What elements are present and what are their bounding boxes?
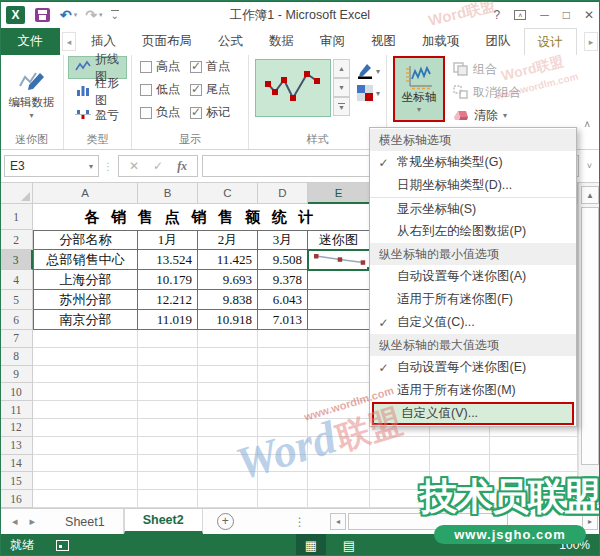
- row-header-12[interactable]: 12: [0, 419, 33, 437]
- cell[interactable]: [138, 437, 198, 455]
- vertical-scroll-thumb[interactable]: [581, 207, 599, 465]
- cell[interactable]: [33, 383, 138, 401]
- cell[interactable]: [258, 490, 308, 508]
- cell[interactable]: [138, 383, 198, 401]
- page-layout-view-icon[interactable]: ▤: [334, 534, 364, 556]
- cell[interactable]: [370, 455, 430, 473]
- cell[interactable]: [198, 490, 258, 508]
- checkbox-icon[interactable]: [140, 84, 152, 96]
- name-box[interactable]: E3 ▾: [4, 155, 99, 177]
- cancel-entry-icon[interactable]: ✕: [129, 159, 139, 173]
- checkbox-icon[interactable]: [190, 61, 202, 73]
- style-scroll-up-icon[interactable]: ▲: [333, 59, 350, 78]
- formula-bar-splitter[interactable]: ⋮: [103, 161, 114, 172]
- vertical-scrollbar[interactable]: ▲ ▼: [578, 183, 600, 508]
- tab-file[interactable]: 文件: [0, 28, 60, 55]
- checkbox-icon[interactable]: [140, 61, 152, 73]
- tab-页面布局[interactable]: 页面布局: [129, 28, 205, 55]
- row-header-15[interactable]: 15: [0, 472, 33, 490]
- menu-item[interactable]: 自定义值(V)...: [372, 402, 574, 425]
- tab-审阅[interactable]: 审阅: [307, 28, 358, 55]
- cell[interactable]: [308, 419, 370, 437]
- scroll-left-icon[interactable]: ◂: [330, 513, 346, 530]
- cell[interactable]: [258, 437, 308, 455]
- zoom-level[interactable]: 100%: [559, 538, 590, 552]
- cell[interactable]: [490, 455, 578, 473]
- cell[interactable]: [258, 401, 308, 419]
- checkbox-icon[interactable]: [190, 107, 202, 119]
- cell[interactable]: [198, 419, 258, 437]
- tab-公式[interactable]: 公式: [205, 28, 256, 55]
- group-button[interactable]: 组合: [453, 59, 521, 79]
- insert-function-icon[interactable]: fx: [177, 159, 187, 174]
- cell[interactable]: [138, 472, 198, 490]
- row-header-2[interactable]: 2: [0, 230, 33, 250]
- help-icon[interactable]: ?: [493, 8, 500, 22]
- data-cell[interactable]: 13.524: [138, 250, 198, 270]
- table-header-cell[interactable]: 分部名称: [33, 230, 138, 250]
- row-header-6[interactable]: 6: [0, 310, 33, 330]
- cell[interactable]: [308, 437, 370, 455]
- data-cell[interactable]: 11.425: [198, 250, 258, 270]
- cell[interactable]: [33, 348, 138, 366]
- menu-item[interactable]: 适用于所有迷你图(M): [370, 379, 576, 402]
- table-cell[interactable]: [308, 290, 370, 310]
- cell[interactable]: [430, 455, 490, 473]
- cell[interactable]: [308, 348, 370, 366]
- data-cell[interactable]: 11.019: [138, 310, 198, 330]
- data-cell[interactable]: 7.013: [258, 310, 308, 330]
- data-cell[interactable]: 9.838: [198, 290, 258, 310]
- cell[interactable]: [258, 330, 308, 348]
- row-header-13[interactable]: 13: [0, 437, 33, 455]
- macro-record-icon[interactable]: [56, 540, 69, 551]
- column-header-C[interactable]: C: [198, 183, 258, 204]
- table-header-cell[interactable]: 3月: [258, 230, 308, 250]
- cell[interactable]: [308, 330, 370, 348]
- collapse-ribbon-icon[interactable]: ˄: [584, 119, 590, 130]
- formula-bar-expand-icon[interactable]: ˅: [583, 161, 596, 171]
- horizontal-scroll-thumb[interactable]: [348, 513, 508, 530]
- menu-item[interactable]: 从右到左的绘图数据(P): [370, 220, 576, 243]
- row-header-4[interactable]: 4: [0, 270, 33, 290]
- table-header-cell[interactable]: 2月: [198, 230, 258, 250]
- marker-color-button[interactable]: ▾: [357, 85, 380, 101]
- sparkline-color-button[interactable]: ▾: [357, 63, 380, 79]
- data-cell[interactable]: 10.179: [138, 270, 198, 290]
- cell[interactable]: [430, 437, 490, 455]
- menu-item[interactable]: 显示坐标轴(S): [370, 197, 576, 220]
- horizontal-scrollbar[interactable]: ◂ ▸: [330, 512, 598, 530]
- save-icon[interactable]: [35, 8, 50, 22]
- data-cell[interactable]: 南京分部: [33, 310, 138, 330]
- table-header-cell[interactable]: 迷你图: [308, 230, 370, 250]
- column-header-A[interactable]: A: [33, 183, 138, 204]
- cell[interactable]: [308, 401, 370, 419]
- cell[interactable]: [258, 366, 308, 384]
- row-header-3[interactable]: 3: [0, 250, 33, 270]
- show-option-高点[interactable]: 高点: [140, 55, 180, 78]
- ungroup-button[interactable]: 取消组合: [453, 82, 521, 102]
- cell[interactable]: [258, 383, 308, 401]
- row-header-11[interactable]: 11: [0, 401, 33, 419]
- data-cell[interactable]: 9.508: [258, 250, 308, 270]
- cell[interactable]: [430, 472, 490, 490]
- sheet-tab-Sheet1[interactable]: Sheet1: [47, 509, 124, 534]
- cell[interactable]: [258, 348, 308, 366]
- confirm-entry-icon[interactable]: ✓: [153, 159, 163, 173]
- cell[interactable]: [198, 330, 258, 348]
- ribbon-display-options-icon[interactable]: ˄: [514, 10, 526, 20]
- data-cell[interactable]: 上海分部: [33, 270, 138, 290]
- undo-icon[interactable]: ↶: [60, 8, 72, 22]
- cell[interactable]: [198, 455, 258, 473]
- row-header-7[interactable]: 7: [0, 330, 33, 348]
- cell[interactable]: [198, 437, 258, 455]
- cell[interactable]: [198, 366, 258, 384]
- minimize-icon[interactable]: ─: [540, 8, 549, 22]
- checkbox-icon[interactable]: [140, 107, 152, 119]
- name-box-dropdown-icon[interactable]: ▾: [89, 162, 93, 171]
- menu-item[interactable]: ✓自动设置每个迷你图(E): [370, 356, 576, 379]
- table-header-cell[interactable]: 1月: [138, 230, 198, 250]
- row-header-9[interactable]: 9: [0, 366, 33, 384]
- data-cell[interactable]: 6.043: [258, 290, 308, 310]
- menu-item[interactable]: 适用于所有迷你图(F): [370, 288, 576, 311]
- table-cell[interactable]: [308, 270, 370, 290]
